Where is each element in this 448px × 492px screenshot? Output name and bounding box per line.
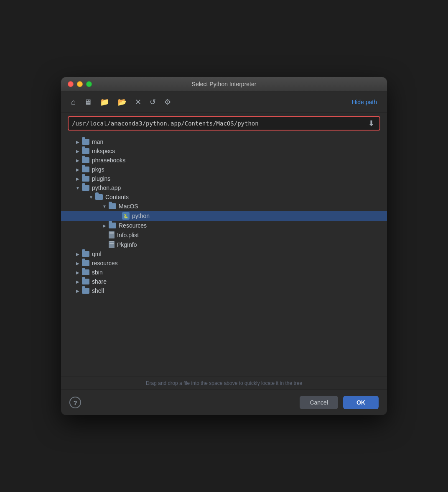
python-exec-icon: 🐍 (122, 212, 130, 220)
tree-toggle-icon (74, 269, 81, 276)
tree-item[interactable]: Contents (61, 192, 387, 202)
help-button[interactable]: ? (69, 397, 81, 408)
tree-item[interactable]: qml (61, 249, 387, 259)
tree-item-label: MacOS (119, 203, 138, 210)
dialog: Select Python Interpreter ⌂ 🖥 📁 📂 ✕ ↺ (61, 77, 387, 415)
folder-icon (82, 167, 89, 172)
tree-item-label: plugins (92, 175, 110, 182)
home-icon: ⌂ (71, 98, 76, 107)
tree-item-label: PkgInfo (117, 241, 137, 248)
tree-item[interactable]: plugins (61, 174, 387, 183)
dialog-body: ⌂ 🖥 📁 📂 ✕ ↺ ⚙ Hide path (61, 92, 387, 415)
folder-icon (82, 288, 89, 294)
tree-toggle-icon (74, 287, 81, 294)
tree-item[interactable]: man (61, 137, 387, 146)
tree-item-label: sbin (92, 269, 103, 276)
download-icon: ⬇ (368, 119, 374, 128)
folder-icon (82, 176, 89, 182)
folder-icon (82, 148, 89, 154)
hide-path-button[interactable]: Hide path (349, 97, 380, 107)
tree-toggle-icon (101, 203, 108, 210)
tree-item[interactable]: python.app (61, 183, 387, 192)
window-title: Select Python Interpreter (192, 81, 257, 87)
maximize-button[interactable] (86, 81, 92, 87)
close-icon-button[interactable]: ✕ (132, 96, 145, 108)
ok-button[interactable]: OK (343, 396, 379, 409)
remote-button[interactable]: ⚙ (161, 96, 174, 108)
traffic-lights (68, 81, 92, 87)
folder-icon (82, 279, 89, 284)
monitor-icon: 🖥 (84, 98, 92, 107)
path-input[interactable] (72, 120, 367, 127)
remote-icon: ⚙ (164, 97, 171, 107)
tree-item-label: share (92, 278, 107, 285)
tree-item-label: man (92, 138, 103, 145)
tree-toggle-icon (74, 148, 81, 154)
tree-item-label: resources (92, 260, 117, 266)
tree-item-label: qml (92, 251, 102, 257)
folder-icon (82, 157, 89, 163)
folder-icon (82, 251, 89, 257)
minimize-button[interactable] (77, 81, 83, 87)
folder-icon (82, 260, 89, 266)
tree-item-label: mkspecs (92, 148, 115, 154)
tree-item[interactable]: sbin (61, 268, 387, 277)
folder-icon (95, 194, 103, 200)
refresh-icon: ↺ (150, 97, 156, 107)
file-tree[interactable]: man mkspecs phrasebooks pkgs (61, 134, 387, 377)
tree-item[interactable]: Resources (61, 221, 387, 230)
tree-item-label: python (132, 213, 150, 219)
tree-toggle-icon (74, 184, 81, 191)
tree-toggle-icon (88, 194, 94, 200)
home-button[interactable]: ⌂ (68, 96, 79, 108)
tree-item[interactable]: pkgs (61, 165, 387, 174)
close-button[interactable] (68, 81, 74, 87)
cancel-button[interactable]: Cancel (300, 396, 338, 409)
tree-toggle-icon (74, 260, 81, 266)
tree-item[interactable]: phrasebooks (61, 156, 387, 165)
tree-item-label: phrasebooks (92, 157, 125, 164)
close-icon: ✕ (135, 97, 141, 107)
monitor-button[interactable]: 🖥 (81, 96, 95, 108)
tree-item[interactable]: resources (61, 259, 387, 268)
tree-item[interactable]: PkgInfo (61, 240, 387, 249)
tree-item-label: pkgs (92, 166, 104, 173)
tree-toggle-icon (74, 166, 81, 173)
path-container: ⬇ (61, 113, 387, 134)
title-bar: Select Python Interpreter (61, 77, 387, 92)
folder-button[interactable]: 📁 (97, 96, 112, 108)
tree-item[interactable]: shell (61, 286, 387, 295)
file-icon (109, 231, 115, 238)
folder-icon (109, 203, 116, 209)
drag-hint: Drag and drop a file into the space abov… (61, 377, 387, 390)
tree-item[interactable]: MacOS (61, 202, 387, 211)
folder-icon (82, 269, 89, 275)
tree-toggle-icon (74, 278, 81, 285)
tree-item[interactable]: share (61, 277, 387, 286)
file-icon (109, 241, 115, 248)
folder-icon (82, 139, 89, 145)
folder-icon (82, 185, 89, 191)
tree-item-label: python.app (92, 184, 121, 191)
tree-toggle-icon (74, 175, 81, 182)
tree-toggle-icon (101, 222, 108, 229)
tree-toggle-icon (74, 138, 81, 145)
new-folder-icon: 📂 (117, 97, 127, 107)
tree-item-label: Info.plist (117, 232, 139, 238)
tree-item-label: shell (92, 287, 104, 294)
tree-item-label: Resources (119, 222, 147, 229)
new-folder-button[interactable]: 📂 (114, 96, 130, 108)
tree-item-selected[interactable]: 🐍 python (61, 211, 387, 221)
tree-toggle-icon (74, 251, 81, 257)
folder-icon (109, 223, 116, 228)
refresh-button[interactable]: ↺ (146, 96, 159, 108)
path-download-button[interactable]: ⬇ (367, 119, 376, 128)
tree-item-label: Contents (105, 194, 129, 200)
tree-item[interactable]: mkspecs (61, 146, 387, 156)
folder-icon: 📁 (100, 97, 109, 107)
toolbar: ⌂ 🖥 📁 📂 ✕ ↺ ⚙ Hide path (61, 92, 387, 113)
bottom-bar: ? Cancel OK (61, 390, 387, 415)
tree-item[interactable]: Info.plist (61, 230, 387, 240)
path-input-row: ⬇ (68, 116, 380, 131)
tree-toggle-icon (74, 157, 81, 164)
